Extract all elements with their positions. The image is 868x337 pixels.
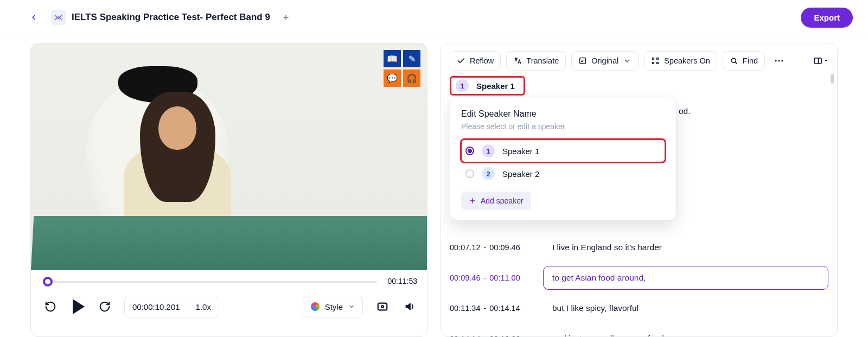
segment-text[interactable]: to get Asian food around, xyxy=(543,266,828,290)
timeline-track[interactable] xyxy=(46,281,377,283)
segment-text[interactable]: I live in England so it's harder xyxy=(543,236,828,259)
translate-button[interactable]: Translate xyxy=(506,51,566,71)
speaker-option-2[interactable]: 2 Speaker 2 xyxy=(461,162,665,185)
fullscreen-icon xyxy=(376,301,388,313)
forward-button[interactable] xyxy=(97,299,112,314)
find-button[interactable]: Find xyxy=(723,51,765,71)
rewind-icon xyxy=(44,301,56,313)
add-speaker-label: Add speaker xyxy=(481,196,524,205)
speaker-option-1[interactable]: 1 Speaker 1 xyxy=(461,139,665,162)
forward-icon xyxy=(99,301,111,313)
style-label: Style xyxy=(325,302,343,311)
fullscreen-button[interactable] xyxy=(375,299,390,314)
plus-icon xyxy=(282,14,290,21)
transcript-row[interactable]: 00:09.46-00:11.00 to get Asian food arou… xyxy=(450,266,828,290)
back-button[interactable] xyxy=(26,10,41,25)
video-placeholder-person xyxy=(110,89,245,234)
svg-point-9 xyxy=(775,60,777,62)
headphones-icon: 🎧 xyxy=(403,69,420,87)
speaker-option-label: Speaker 1 xyxy=(502,147,539,156)
pen-icon: ✎ xyxy=(403,50,420,67)
chat-icon: 💬 xyxy=(384,69,401,87)
document-small-icon xyxy=(578,56,587,65)
popup-title: Edit Speaker Name xyxy=(461,109,665,119)
svg-point-11 xyxy=(781,60,783,62)
transcript-list: 00:07.12-00:09.46 I live in England so i… xyxy=(450,236,828,337)
original-label: Original xyxy=(591,56,618,65)
caret-down-icon xyxy=(824,58,828,63)
video-panel: 📖 ✎ 💬 🎧 00:11:53 00:00:10.201 1. xyxy=(30,43,427,337)
transcript-row[interactable]: 00:07.12-00:09.46 I live in England so i… xyxy=(450,236,828,259)
svg-point-3 xyxy=(381,306,384,308)
transcript-row[interactable]: 00:14.14-00:16.66 and just generally sav… xyxy=(450,327,828,337)
document-icon: ⩙ xyxy=(51,10,66,25)
time-and-rate: 00:00:10.201 1.0x xyxy=(124,296,219,317)
translate-label: Translate xyxy=(526,56,559,65)
video-placeholder-table xyxy=(31,216,427,270)
playback-rate[interactable]: 1.0x xyxy=(188,296,219,317)
export-button[interactable]: Export xyxy=(801,8,853,28)
video-frame[interactable]: 📖 ✎ 💬 🎧 xyxy=(31,43,427,270)
timeline[interactable]: 00:11:53 xyxy=(31,270,427,293)
translate-icon xyxy=(513,56,522,65)
play-icon xyxy=(73,299,85,314)
timeline-thumb[interactable] xyxy=(43,277,53,287)
segment-times[interactable]: 00:07.12-00:09.46 xyxy=(450,243,531,252)
volume-button[interactable] xyxy=(402,299,417,314)
video-overlay-badges: 📖 ✎ 💬 🎧 xyxy=(384,50,420,87)
more-horizontal-icon xyxy=(774,55,784,66)
svg-point-7 xyxy=(731,58,736,62)
document-title[interactable]: IELTS Speaking Practice Test- Perfect Ba… xyxy=(72,12,270,23)
add-tab-button[interactable] xyxy=(279,10,293,24)
find-label: Find xyxy=(743,56,758,65)
speaker-chip-name: Speaker 1 xyxy=(476,81,515,91)
svg-marker-14 xyxy=(825,60,827,62)
speaker-chip-number: 1 xyxy=(456,79,469,92)
rewind-button[interactable] xyxy=(43,299,58,314)
segment-text[interactable]: and just generally savory food. xyxy=(543,327,828,337)
svg-point-10 xyxy=(778,60,780,62)
popup-subtitle: Please select or edit a speaker xyxy=(461,122,665,131)
chevron-left-icon xyxy=(30,14,37,21)
edit-speaker-popup: Edit Speaker Name Please select or edit … xyxy=(450,98,676,220)
svg-rect-2 xyxy=(378,303,387,310)
search-icon xyxy=(730,56,738,65)
plus-icon xyxy=(469,197,476,205)
style-button[interactable]: Style xyxy=(303,296,363,317)
more-options-button[interactable] xyxy=(771,53,787,68)
book-icon: 📖 xyxy=(384,50,401,67)
segment-times[interactable]: 00:14.14-00:16.66 xyxy=(450,334,531,337)
layout-icon xyxy=(813,55,822,66)
style-color-icon xyxy=(311,302,320,311)
layout-toggle-button[interactable] xyxy=(813,53,828,68)
speakers-label: Speakers On xyxy=(664,56,710,65)
chevron-down-icon xyxy=(348,303,355,310)
svg-rect-4 xyxy=(580,58,586,64)
check-icon xyxy=(457,56,465,65)
svg-line-8 xyxy=(735,62,737,63)
reflow-button[interactable]: Reflow xyxy=(450,51,501,71)
segment-times[interactable]: 00:09.46-00:11.00 xyxy=(450,274,531,282)
player-controls: 00:00:10.201 1.0x Style xyxy=(31,293,427,325)
add-speaker-button[interactable]: Add speaker xyxy=(461,192,531,210)
segment-times[interactable]: 00:11.34-00:14.14 xyxy=(450,304,531,313)
reflow-label: Reflow xyxy=(470,56,494,65)
speaker-chip[interactable]: 1 Speaker 1 xyxy=(450,76,525,96)
scrollbar-thumb[interactable] xyxy=(831,74,834,84)
speaker-option-number: 1 xyxy=(482,144,495,157)
transcript-text-peek: od. xyxy=(679,106,691,116)
speakers-icon xyxy=(651,56,660,65)
volume-icon xyxy=(404,301,416,313)
topbar: ⩙ IELTS Speaking Practice Test- Perfect … xyxy=(0,0,868,35)
timeline-duration: 00:11:53 xyxy=(388,277,418,285)
original-button[interactable]: Original xyxy=(571,51,639,71)
document-icon-glyph: ⩙ xyxy=(54,12,63,22)
radio-icon xyxy=(465,169,474,178)
transcript-row[interactable]: 00:11.34-00:14.14 but I like spicy, flav… xyxy=(450,296,828,320)
radio-icon xyxy=(465,147,474,155)
transcript-panel: Reflow Translate Original Speakers On Fi… xyxy=(441,43,838,337)
speakers-toggle-button[interactable]: Speakers On xyxy=(644,51,717,71)
current-time[interactable]: 00:00:10.201 xyxy=(125,296,188,317)
play-button[interactable] xyxy=(70,299,85,314)
segment-text[interactable]: but I like spicy, flavorful xyxy=(543,296,828,320)
